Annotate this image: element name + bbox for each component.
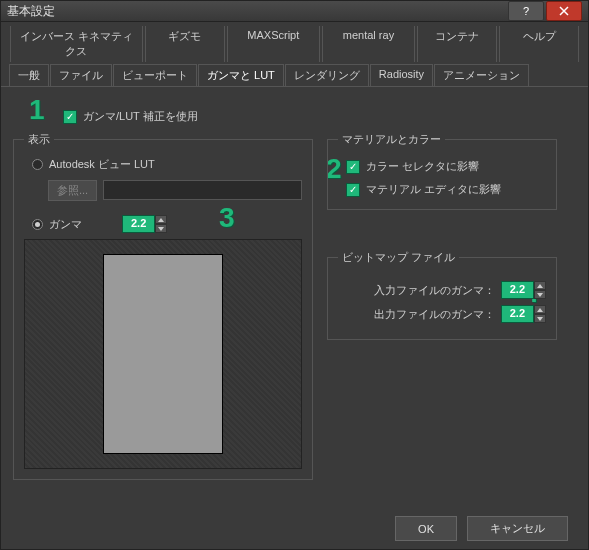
ok-button[interactable]: OK [395,516,457,541]
tab-row: 一般 ファイル ビューポート ガンマと LUT レンダリング Radiosity… [9,64,580,86]
close-button[interactable] [546,1,582,21]
display-group: 表示 Autodesk ビュー LUT 参照... ガンマ [13,132,313,480]
tab-gamma-lut[interactable]: ガンマと LUT [198,64,284,86]
spinner-arrows [534,305,546,323]
tab-radiosity[interactable]: Radiosity [370,64,433,86]
spinner-arrows [534,281,546,299]
help-button[interactable]: ? [508,1,544,21]
radio-autodesk-lut-label: Autodesk ビュー LUT [49,157,155,172]
gamma-preview-swatch [103,254,223,454]
help-icon: ? [523,5,529,17]
menu-mentalray[interactable]: mental ray [322,26,415,62]
spinner-down[interactable] [534,290,546,299]
lut-path-input[interactable] [103,180,302,200]
right-column: マテリアルとカラー ✓ カラー セレクタに影響 ✓ マテリアル エディタに影響 … [327,132,557,492]
spinner-down[interactable] [534,314,546,323]
menu-help[interactable]: ヘルプ [499,26,579,62]
menubar: インバース キネマティクス ギズモ MAXScript mental ray コ… [1,22,588,86]
tab-rendering[interactable]: レンダリング [285,64,369,86]
dialog-footer: OK キャンセル [1,502,588,550]
radio-dot-checked-icon [32,219,43,230]
menu-container[interactable]: コンテナ [417,26,497,62]
content-pane: 1 2 3 4 ✓ ガンマ/LUT 補正を使用 表示 Autodesk ビュー … [1,86,588,502]
browse-button[interactable]: 参照... [48,180,97,201]
checkmark-icon: ✓ [63,110,77,124]
output-gamma-value: 2.2 [501,305,534,323]
input-gamma-label: 入力ファイルのガンマ： [338,283,495,298]
bitmap-legend: ビットマップ ファイル [338,250,459,265]
main-columns: 表示 Autodesk ビュー LUT 参照... ガンマ [13,132,576,492]
spinner-arrows [155,215,167,233]
affect-color-selector-checkbox[interactable]: ✓ カラー セレクタに影響 [346,159,479,174]
annotation-1: 1 [29,94,45,126]
tab-file[interactable]: ファイル [50,64,112,86]
tab-animation[interactable]: アニメーション [434,64,529,86]
display-legend: 表示 [24,132,54,147]
spinner-up[interactable] [534,305,546,314]
spinner-up[interactable] [534,281,546,290]
output-gamma-label: 出力ファイルのガンマ： [338,307,495,322]
enable-gamma-lut-checkbox[interactable]: ✓ ガンマ/LUT 補正を使用 [63,109,198,124]
window-title: 基本設定 [7,3,506,20]
tab-viewport[interactable]: ビューポート [113,64,197,86]
menu-row-1: インバース キネマティクス ギズモ MAXScript mental ray コ… [9,26,580,62]
close-icon [559,6,569,16]
input-gamma-spinner[interactable]: 2.2 [501,281,546,299]
affect-material-editor-label: マテリアル エディタに影響 [366,182,501,197]
left-column: 表示 Autodesk ビュー LUT 参照... ガンマ [13,132,313,492]
gamma-spinner[interactable]: 2.2 [122,215,167,233]
tab-general[interactable]: 一般 [9,64,49,86]
checkmark-icon: ✓ [346,183,360,197]
input-gamma-value: 2.2 [501,281,534,299]
affect-color-selector-label: カラー セレクタに影響 [366,159,479,174]
titlebar: 基本設定 ? [1,1,588,22]
gamma-preview [24,239,302,469]
materials-colors-group: マテリアルとカラー ✓ カラー セレクタに影響 ✓ マテリアル エディタに影響 [327,132,557,210]
enable-gamma-lut-label: ガンマ/LUT 補正を使用 [83,109,198,124]
bitmap-files-group: ビットマップ ファイル 入力ファイルのガンマ： 2.2 出力ファイルのガンマ： [327,250,557,340]
affect-material-editor-checkbox[interactable]: ✓ マテリアル エディタに影響 [346,182,501,197]
radio-dot-icon [32,159,43,170]
radio-gamma-label: ガンマ [49,217,82,232]
materials-legend: マテリアルとカラー [338,132,445,147]
checkmark-icon: ✓ [346,160,360,174]
cancel-button[interactable]: キャンセル [467,516,568,541]
output-gamma-spinner[interactable]: 2.2 [501,305,546,323]
menu-ik[interactable]: インバース キネマティクス [10,26,143,62]
spinner-down[interactable] [155,224,167,233]
menu-gizmo[interactable]: ギズモ [145,26,225,62]
radio-autodesk-lut[interactable]: Autodesk ビュー LUT [32,157,155,172]
preferences-window: 基本設定 ? インバース キネマティクス ギズモ MAXScript menta… [0,0,589,550]
gamma-value: 2.2 [122,215,155,233]
radio-gamma[interactable]: ガンマ [32,217,82,232]
menu-maxscript[interactable]: MAXScript [227,26,320,62]
spinner-up[interactable] [155,215,167,224]
